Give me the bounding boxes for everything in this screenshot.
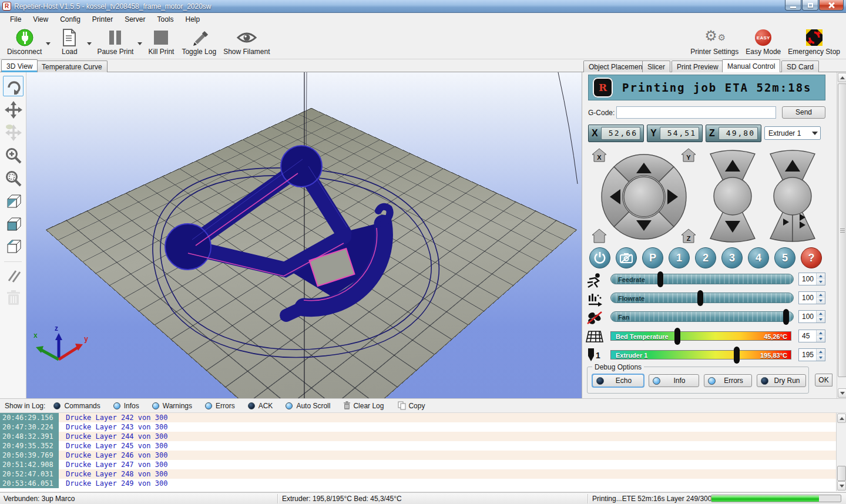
extruder-center-button[interactable] [774,177,811,215]
maximize-button[interactable] [802,0,818,11]
tab-object-placement[interactable]: Object Placement [583,61,650,72]
help-button[interactable]: ? [801,247,822,268]
extruder-temperature-spinner[interactable]: 195 [798,348,825,361]
fan-up-button[interactable] [817,311,825,317]
home-all-button[interactable] [592,229,606,243]
bed-temp-up-button[interactable] [817,330,825,336]
pause-print-button[interactable]: Pause Print [93,27,137,58]
feedrate-slider[interactable]: Feedrate [610,274,794,284]
rotate-view-button[interactable] [3,76,24,96]
isometric-view-button[interactable] [3,191,24,211]
log-filter-ack[interactable]: ACK [248,402,273,410]
move-view-button[interactable] [3,99,24,120]
feedrate-spinner[interactable]: 100 [798,273,825,285]
manual-panel-scrollbar[interactable] [837,72,846,398]
tab-print-preview[interactable]: Print Preview [672,61,724,72]
log-filter-commands[interactable]: Commands [53,402,100,410]
preset-2-button[interactable]: 2 [695,247,716,268]
emergency-stop-button[interactable]: Emergency Stop [784,27,844,58]
tab-3d-view[interactable]: 3D View [1,59,38,72]
preset-1-button[interactable]: 1 [669,247,690,268]
bed-temperature-slider[interactable]: Bed Temperature 45,26°C [610,331,791,341]
park-button[interactable]: P [642,247,663,268]
disconnect-dropdown-arrow[interactable] [46,42,51,45]
menu-tools[interactable]: Tools [152,14,179,25]
menu-view[interactable]: View [28,14,53,25]
menu-printer[interactable]: Printer [87,14,118,25]
extruder-temperature-thumb[interactable] [734,347,740,363]
jog-center-button[interactable] [624,177,664,217]
flowrate-down-button[interactable] [817,298,825,304]
echo-toggle[interactable]: Echo [592,374,644,387]
flowrate-slider[interactable]: Flowrate [610,293,794,303]
z-center-button[interactable] [714,177,751,215]
power-button[interactable] [589,247,610,268]
parallel-projection-button[interactable] [3,265,24,285]
bed-temperature-thumb[interactable] [674,328,680,344]
title-bar[interactable]: R Repetier-Host V1.5.5 - kossel_tv208458… [0,0,846,13]
dry-run-toggle[interactable]: Dry Run [757,374,806,387]
tab-manual-control[interactable]: Manual Control [722,59,780,72]
z-jog-control[interactable] [706,147,760,244]
extruder-temp-down-button[interactable] [817,355,825,361]
scroll-down-icon[interactable] [838,388,846,398]
fit-view-button[interactable] [3,168,24,189]
xy-jog-pad[interactable]: X Y Z [590,147,697,244]
bed-temp-down-button[interactable] [817,336,825,342]
kill-print-button[interactable]: Kill Print [144,27,178,58]
gcode-input[interactable] [616,106,776,119]
load-dropdown-arrow[interactable] [87,42,92,45]
easy-mode-button[interactable]: EASY Easy Mode [742,27,784,58]
preset-5-button[interactable]: 5 [774,247,795,268]
toggle-log-button[interactable]: Toggle Log [178,27,220,58]
clear-log-button[interactable]: Clear Log [343,401,384,410]
info-toggle[interactable]: Info [649,374,699,387]
home-y-button[interactable]: Y [682,149,696,162]
home-z-button[interactable]: Z [682,229,696,243]
scroll-down-icon[interactable] [837,481,846,490]
log-filter-infos[interactable]: Infos [113,402,139,410]
extruder-jog-control[interactable] [766,147,820,244]
feedrate-down-button[interactable] [817,279,825,285]
extruder-temperature-slider[interactable]: Extruder 1 195,83°C [610,350,791,359]
preset-3-button[interactable]: 3 [721,247,743,268]
fan-thumb[interactable] [783,309,789,325]
3d-viewport[interactable]: x z y [26,72,582,398]
show-filament-button[interactable]: Show Filament [220,27,273,58]
log-filter-errors[interactable]: Errors [205,402,235,410]
scrollbar-thumb[interactable] [837,466,846,481]
extruder-temp-up-button[interactable] [817,349,825,355]
tab-slicer[interactable]: Slicer [642,61,670,72]
tab-temperature-curve[interactable]: Temperature Curve [36,61,108,72]
log-filter-warnings[interactable]: Warnings [152,402,192,410]
log-filter-auto-scroll[interactable]: Auto Scroll [286,402,330,410]
fan-slider[interactable]: Fan [610,311,794,322]
log-output[interactable]: 20:46:29.156Drucke Layer 242 von 300 20:… [0,413,846,491]
fan-spinner[interactable]: 100 [798,310,825,323]
fan-down-button[interactable] [817,317,825,322]
scroll-up-icon[interactable] [838,73,846,82]
home-x-button[interactable]: X [592,149,606,162]
zoom-in-button[interactable] [3,145,24,166]
preset-4-button[interactable]: 4 [748,247,769,268]
flowrate-thumb[interactable] [697,290,703,306]
top-view-button[interactable] [3,236,24,257]
menu-config[interactable]: Config [55,14,86,25]
scrollbar-thumb[interactable] [838,83,846,377]
extruder-select[interactable]: Extruder 1 [764,126,821,140]
feedrate-thumb[interactable] [657,271,663,287]
flowrate-up-button[interactable] [817,292,825,298]
load-button[interactable]: Load [52,27,86,58]
close-button[interactable] [819,0,844,11]
bed-temperature-spinner[interactable]: 45 [798,330,825,342]
disconnect-button[interactable]: Disconnect [4,27,45,58]
feedrate-up-button[interactable] [817,273,825,279]
copy-button[interactable]: Copy [398,401,425,410]
menu-file[interactable]: File [5,14,26,25]
ok-button[interactable]: OK [815,374,832,387]
printer-settings-button[interactable]: Printer Settings [687,27,742,58]
scroll-up-icon[interactable] [837,414,846,423]
no-snapshot-button[interactable] [616,247,637,268]
menu-help[interactable]: Help [180,14,206,25]
errors-toggle[interactable]: Errors [704,374,752,387]
